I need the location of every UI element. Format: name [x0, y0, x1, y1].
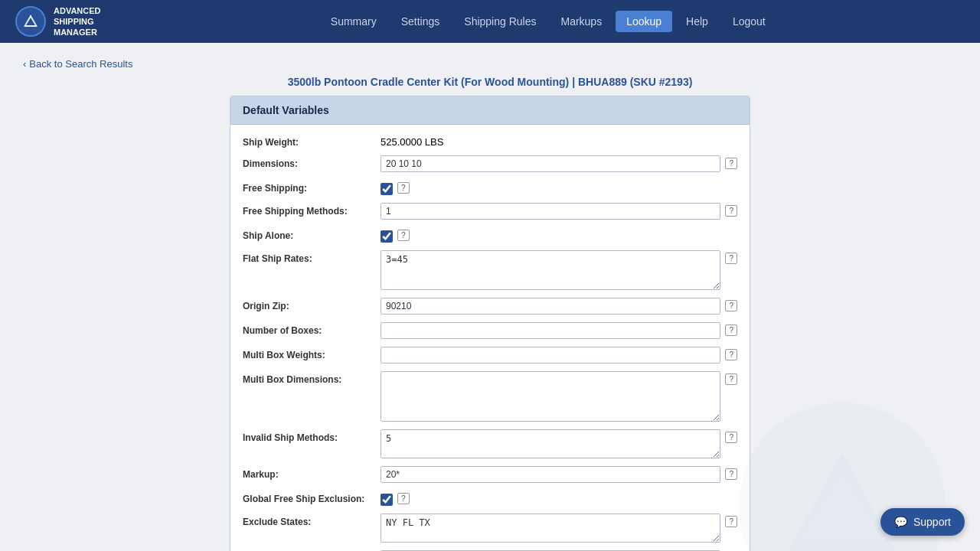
support-label: Support: [913, 516, 951, 528]
ship-alone-label: Ship Alone:: [243, 227, 381, 241]
origin-zip-help[interactable]: ?: [725, 300, 737, 311]
multi-box-dimensions-textarea[interactable]: [381, 371, 720, 422]
markup-field: ?: [381, 466, 737, 483]
invalid-ship-methods-row: Invalid Ship Methods: 5 ?: [243, 429, 737, 458]
exclude-states-textarea[interactable]: NY FL TX: [381, 514, 720, 543]
flat-ship-rates-field: 3=45 ?: [381, 250, 737, 290]
support-button[interactable]: 💬 Support: [880, 508, 965, 536]
ship-weight-field: 525.0000 LBS: [381, 134, 737, 148]
global-free-ship-exclusion-field: ?: [381, 491, 737, 506]
global-free-ship-exclusion-checkbox[interactable]: [381, 494, 393, 506]
flat-ship-rates-row: Flat Ship Rates: 3=45 ?: [243, 250, 737, 290]
multi-box-weights-field: ?: [381, 347, 737, 364]
support-icon: 💬: [894, 516, 907, 528]
exclude-states-row: Exclude States: NY FL TX ?: [243, 514, 737, 543]
free-shipping-label: Free Shipping:: [243, 180, 381, 194]
global-free-ship-exclusion-help[interactable]: ?: [397, 493, 410, 504]
dimensions-help[interactable]: ?: [725, 158, 737, 169]
number-of-boxes-field: ?: [381, 322, 737, 339]
free-shipping-methods-input[interactable]: [381, 203, 720, 220]
origin-zip-row: Origin Zip: ?: [243, 298, 737, 315]
nav-summary[interactable]: Summary: [320, 11, 387, 32]
invalid-ship-methods-field: 5 ?: [381, 429, 737, 458]
free-shipping-checkbox[interactable]: [381, 183, 393, 195]
global-free-ship-exclusion-row: Global Free Ship Exclusion: ?: [243, 491, 737, 506]
number-of-boxes-label: Number of Boxes:: [243, 322, 381, 336]
invalid-ship-methods-label: Invalid Ship Methods:: [243, 429, 381, 443]
flat-ship-rates-textarea[interactable]: 3=45: [381, 250, 720, 290]
number-of-boxes-help[interactable]: ?: [725, 324, 737, 336]
exclude-states-label: Exclude States:: [243, 514, 381, 527]
global-free-ship-exclusion-label: Global Free Ship Exclusion:: [243, 491, 381, 504]
nav-help[interactable]: Help: [675, 11, 719, 32]
page-title: 3500lb Pontoon Cradle Center Kit (For Wo…: [23, 76, 957, 88]
logo-icon: [15, 6, 46, 37]
nav-shipping-rules[interactable]: Shipping Rules: [453, 11, 547, 32]
multi-box-weights-label: Multi Box Weights:: [243, 347, 381, 360]
svg-marker-4: [789, 452, 896, 551]
form-body: Ship Weight: 525.0000 LBS Dimensions: ? …: [230, 125, 750, 551]
flat-ship-rates-help[interactable]: ?: [725, 253, 737, 264]
dimensions-field: ?: [381, 155, 737, 172]
dimensions-label: Dimensions:: [243, 155, 381, 169]
free-shipping-methods-help[interactable]: ?: [725, 205, 737, 217]
ship-alone-field: ?: [381, 227, 737, 243]
markup-label: Markup:: [243, 466, 381, 480]
flat-ship-rates-label: Flat Ship Rates:: [243, 250, 381, 264]
ship-weight-value: 525.0000 LBS: [381, 134, 443, 148]
origin-zip-input[interactable]: [381, 298, 720, 315]
nav-lookup[interactable]: Lookup: [616, 11, 672, 32]
invalid-ship-methods-help[interactable]: ?: [725, 432, 737, 443]
svg-marker-5: [800, 475, 884, 540]
number-of-boxes-input[interactable]: [381, 322, 720, 339]
main-content: ‹ Back to Search Results 3500lb Pontoon …: [0, 43, 980, 551]
free-shipping-methods-field: ?: [381, 203, 737, 220]
markup-input[interactable]: [381, 466, 720, 483]
form-header: Default Variables: [230, 96, 750, 125]
multi-box-dimensions-help[interactable]: ?: [725, 373, 737, 385]
markup-row: Markup: ?: [243, 466, 737, 483]
origin-zip-field: ?: [381, 298, 737, 315]
ship-weight-row: Ship Weight: 525.0000 LBS: [243, 134, 737, 148]
multi-box-dimensions-label: Multi Box Dimensions:: [243, 371, 381, 385]
form-card: Default Variables Ship Weight: 525.0000 …: [230, 96, 750, 551]
nav-settings[interactable]: Settings: [390, 11, 451, 32]
ship-weight-label: Ship Weight:: [243, 134, 381, 148]
exclude-states-field: NY FL TX ?: [381, 514, 737, 543]
back-link-text: Back to Search Results: [29, 58, 132, 70]
ship-alone-checkbox[interactable]: [381, 230, 393, 243]
logo: ADVANCED SHIPPING MANAGER: [15, 5, 101, 38]
nav-logout[interactable]: Logout: [722, 11, 776, 32]
free-shipping-methods-label: Free Shipping Methods:: [243, 203, 381, 217]
ship-alone-row: Ship Alone: ?: [243, 227, 737, 243]
dimensions-row: Dimensions: ?: [243, 155, 737, 172]
exclude-states-help[interactable]: ?: [725, 516, 737, 527]
number-of-boxes-row: Number of Boxes: ?: [243, 322, 737, 339]
main-nav: Summary Settings Shipping Rules Markups …: [132, 11, 965, 32]
multi-box-weights-row: Multi Box Weights: ?: [243, 347, 737, 364]
nav-markups[interactable]: Markups: [550, 11, 612, 32]
navbar: ADVANCED SHIPPING MANAGER Summary Settin…: [0, 0, 980, 43]
multi-box-dimensions-row: Multi Box Dimensions: ?: [243, 371, 737, 422]
multi-box-weights-help[interactable]: ?: [725, 349, 737, 360]
multi-box-dimensions-field: ?: [381, 371, 737, 422]
back-to-results-link[interactable]: ‹ Back to Search Results: [23, 58, 132, 70]
logo-text: ADVANCED SHIPPING MANAGER: [54, 5, 101, 38]
free-shipping-row: Free Shipping: ?: [243, 180, 737, 195]
invalid-ship-methods-textarea[interactable]: 5: [381, 429, 720, 458]
ship-alone-help[interactable]: ?: [397, 230, 410, 241]
multi-box-weights-input[interactable]: [381, 347, 720, 364]
origin-zip-label: Origin Zip:: [243, 298, 381, 311]
free-shipping-help[interactable]: ?: [397, 182, 410, 194]
free-shipping-field: ?: [381, 180, 737, 195]
dimensions-input[interactable]: [381, 155, 720, 172]
markup-help[interactable]: ?: [725, 468, 737, 480]
free-shipping-methods-row: Free Shipping Methods: ?: [243, 203, 737, 220]
